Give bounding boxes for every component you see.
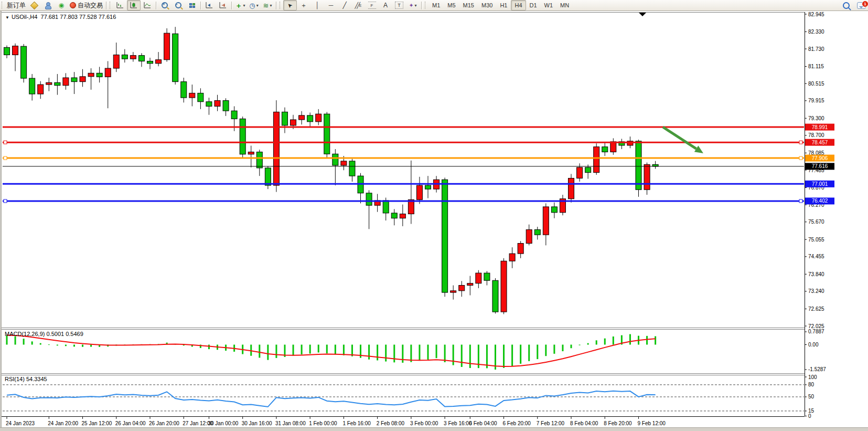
hline-handle[interactable] — [4, 141, 7, 144]
timeframe-button-mn[interactable]: MN — [556, 0, 573, 10]
candle-body — [282, 112, 287, 125]
trendline-tool-button[interactable]: ╱ — [338, 0, 351, 10]
macd-histogram-bar — [503, 345, 505, 368]
community-person-icon — [45, 2, 51, 8]
timeframe-button-h4[interactable]: H4 — [511, 0, 526, 10]
time-axis-label: 31 Jan 08:00 — [275, 421, 306, 426]
candle-body — [55, 82, 60, 85]
rsi-line — [7, 391, 656, 407]
horizontal-line-icon: ─ — [329, 2, 334, 9]
macd-histogram-bar — [250, 345, 252, 356]
candle-body — [4, 47, 10, 55]
candle-body — [173, 34, 178, 81]
candle-body — [509, 254, 515, 261]
macd-histogram-bar — [469, 345, 471, 369]
collapse-triangle-icon[interactable]: ▼ — [5, 15, 9, 20]
candle-body — [569, 178, 574, 199]
tile-windows-button[interactable] — [185, 0, 199, 10]
chat-icon[interactable]: 1 — [857, 2, 866, 9]
timeframe-label: MN — [558, 2, 571, 8]
candle-body — [147, 61, 153, 63]
text-tool-button[interactable]: A — [379, 0, 392, 10]
candlestick-chart-button[interactable] — [127, 0, 141, 10]
periods-button[interactable]: ◷▾ — [247, 0, 261, 10]
cursor-tool-button[interactable]: ➤ — [283, 0, 297, 10]
auto-scroll-button[interactable] — [202, 0, 216, 10]
arrows-tool-button[interactable]: ✦▾ — [406, 0, 420, 10]
templates-button[interactable]: ≋▾ — [261, 0, 274, 10]
autotrading-button[interactable]: 自动交易 — [68, 0, 104, 10]
candle-body — [551, 207, 557, 213]
crosshair-tool-button[interactable]: ＋ — [297, 0, 310, 10]
zoom-out-button[interactable]: - — [172, 0, 185, 10]
timeframe-button-m30[interactable]: M30 — [478, 0, 496, 10]
channel-tool-button[interactable]: ╱╱E — [351, 0, 365, 10]
time-axis-label: 7 Feb 12:00 — [537, 421, 565, 426]
text-label-tool-button[interactable]: T — [392, 0, 406, 10]
timeframe-label: M30 — [479, 2, 495, 8]
candle-body — [88, 73, 94, 77]
timeframe-button-m5[interactable]: M5 — [444, 0, 459, 10]
candle-body — [122, 55, 127, 59]
macd-histogram-bar — [553, 345, 555, 354]
candle-body — [215, 101, 220, 107]
market-button[interactable] — [27, 0, 41, 10]
macd-histogram-bar — [326, 345, 328, 354]
hline-handle[interactable] — [799, 199, 802, 203]
timeframe-button-d1[interactable]: D1 — [526, 0, 541, 10]
candle-body — [13, 46, 18, 55]
vertical-line-tool-button[interactable]: │ — [310, 0, 324, 10]
macd-histogram-bar — [293, 345, 294, 356]
timeframe-button-h1[interactable]: H1 — [496, 0, 511, 10]
candle-body — [231, 111, 237, 119]
annotation-arrow-shaft[interactable] — [663, 127, 696, 149]
clock-icon: ◷ — [249, 2, 255, 9]
price-tag-label: 77.616 — [812, 163, 828, 169]
candle-body — [97, 73, 102, 77]
hline-handle[interactable] — [799, 141, 802, 144]
crosshair-icon: ＋ — [301, 1, 307, 10]
new-order-button[interactable]: 新订单 — [5, 0, 27, 10]
line-chart-button[interactable] — [141, 0, 154, 10]
timeframe-button-m15[interactable]: M15 — [459, 0, 478, 10]
zoom-in-button[interactable]: + — [158, 0, 172, 10]
toolbar-grip — [2, 2, 4, 9]
search-icon[interactable] — [843, 2, 850, 9]
timeframe-button-m1[interactable]: M1 — [428, 0, 444, 10]
channel-e-glyph: E — [359, 4, 362, 7]
toolbar-grip — [110, 2, 112, 9]
chart-shift-button[interactable] — [216, 0, 230, 10]
macd-histogram-bar — [343, 345, 345, 355]
zoom-in-icon: + — [162, 2, 168, 8]
price-axis-label: 75.055 — [808, 237, 824, 243]
fibonacci-icon: F — [368, 2, 376, 9]
arrows-icon: ✦ — [409, 2, 413, 9]
ohlc-values: 77.681 77.803 77.528 77.616 — [41, 14, 116, 20]
fibonacci-tool-button[interactable]: F — [365, 0, 379, 10]
trendline-icon: ╱ — [342, 2, 346, 9]
community-button[interactable] — [41, 0, 55, 10]
indicators-button[interactable]: ＋▾ — [233, 0, 247, 10]
macd-indicator-label: MACD(12,26,9) 0.5001 0.5469 — [5, 331, 83, 337]
timeframe-label: D1 — [528, 2, 539, 8]
hline-handle[interactable] — [799, 156, 802, 160]
macd-histogram-bar — [419, 345, 420, 361]
time-axis-label: 3 Feb 16:00 — [444, 421, 472, 426]
chart-shift-marker[interactable] — [639, 13, 646, 16]
toolbar-separator — [156, 2, 156, 9]
symbol-period-label: USOil-,H4 — [12, 14, 38, 20]
hline-handle[interactable] — [4, 199, 7, 203]
rsi-axis-label: 50 — [808, 394, 815, 400]
macd-axis-label: -1.5287 — [808, 366, 826, 372]
horizontal-line-tool-button[interactable]: ─ — [324, 0, 338, 10]
chart-canvas[interactable]: 82.94582.33081.73081.11580.51579.91579.3… — [2, 11, 868, 428]
candle-body — [366, 193, 372, 205]
macd-histogram-bar — [545, 345, 546, 356]
candle-body — [341, 161, 347, 165]
hline-handle[interactable] — [4, 156, 7, 160]
macd-histogram-bar — [579, 345, 581, 345]
candle-body — [391, 213, 397, 218]
timeframe-button-w1[interactable]: W1 — [541, 0, 557, 10]
signals-button[interactable]: ◉ — [55, 0, 68, 10]
bar-chart-button[interactable] — [113, 0, 127, 10]
